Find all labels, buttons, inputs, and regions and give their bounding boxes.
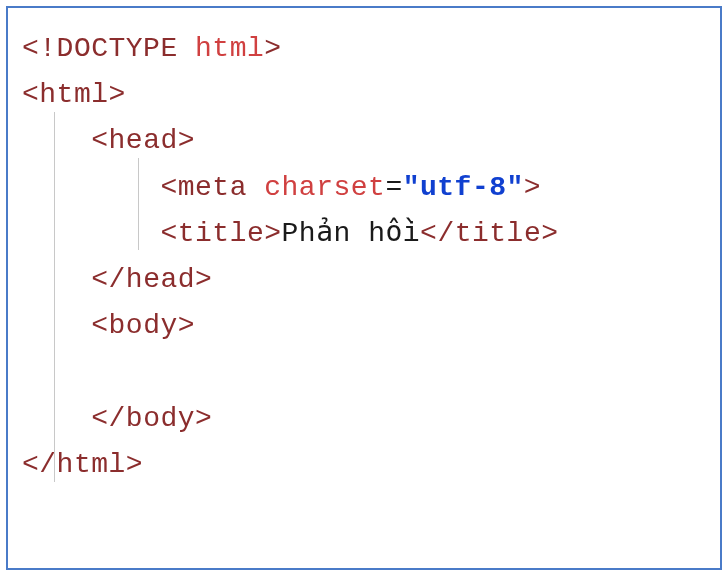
code-line-5: <title>Phản hồi</title> — [22, 211, 706, 257]
tag-open: < — [22, 79, 39, 110]
doctype-close: > — [264, 33, 281, 64]
tag-open2: </ — [420, 218, 455, 249]
tag-close: > — [524, 172, 541, 203]
charset-attr: charset — [264, 172, 385, 203]
indent-guide-2 — [138, 158, 139, 250]
indent — [22, 310, 91, 341]
code-line-1: <!DOCTYPE html> — [22, 26, 706, 72]
tag-close: > — [178, 310, 195, 341]
code-line-2: <html> — [22, 72, 706, 118]
indent — [22, 403, 91, 434]
indent — [22, 125, 91, 156]
code-line-7: <body> — [22, 303, 706, 349]
indent — [22, 172, 160, 203]
html-close-tag: html — [57, 449, 126, 480]
tag-open: </ — [91, 403, 126, 434]
code-line-9: </body> — [22, 396, 706, 442]
tag-close: > — [264, 218, 281, 249]
tag-close: > — [195, 264, 212, 295]
tag-close: > — [178, 125, 195, 156]
indent — [22, 264, 91, 295]
indent-guide-1 — [54, 112, 55, 482]
body-tag: body — [109, 310, 178, 341]
equals: = — [385, 172, 402, 203]
html-tag: html — [39, 79, 108, 110]
title-tag: title — [178, 218, 265, 249]
doctype-open: <!DOCTYPE — [22, 33, 195, 64]
code-line-6: </head> — [22, 257, 706, 303]
head-close-tag: head — [126, 264, 195, 295]
tag-open: < — [160, 172, 177, 203]
title-text: Phản hồi — [282, 218, 421, 249]
tag-open: </ — [22, 449, 57, 480]
head-tag: head — [109, 125, 178, 156]
tag-open: < — [160, 218, 177, 249]
charset-value: "utf-8" — [403, 172, 524, 203]
code-snippet-container: <!DOCTYPE html> <html> <head> <meta char… — [6, 6, 722, 570]
title-tag-close: title — [455, 218, 542, 249]
body-close-tag: body — [126, 403, 195, 434]
code-line-10: </html> — [22, 442, 706, 488]
code-line-3: <head> — [22, 118, 706, 164]
meta-tag: meta — [178, 172, 265, 203]
doctype-name: html — [195, 33, 264, 64]
tag-close: > — [195, 403, 212, 434]
tag-close: > — [109, 79, 126, 110]
tag-open: < — [91, 125, 108, 156]
tag-close: > — [126, 449, 143, 480]
blank-line — [22, 356, 39, 387]
code-line-4: <meta charset="utf-8"> — [22, 165, 706, 211]
indent — [22, 218, 160, 249]
tag-close2: > — [541, 218, 558, 249]
tag-open: </ — [91, 264, 126, 295]
tag-open: < — [91, 310, 108, 341]
code-line-8-blank — [22, 349, 706, 395]
